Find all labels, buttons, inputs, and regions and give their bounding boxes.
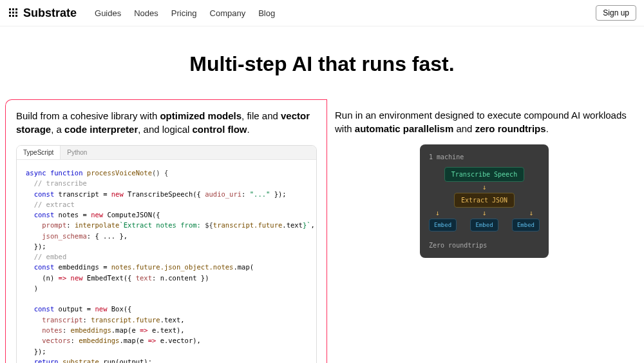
brand-name: Substrate xyxy=(23,6,77,20)
node-embed-1: Embed xyxy=(429,219,457,231)
signup-button[interactable]: Sign up xyxy=(596,5,636,21)
feature-right-desc: Run in an environment designed to execut… xyxy=(335,108,634,135)
features-row: Build from a cohesive library with optim… xyxy=(0,99,644,363)
tab-python[interactable]: Python xyxy=(61,146,93,159)
node-transcribe: Transcribe Speech xyxy=(444,167,524,182)
tab-typescript[interactable]: TypeScript xyxy=(17,146,61,159)
code-body: async function processVoiceNote() { // t… xyxy=(17,160,316,363)
arrow-down-icon: ↓ xyxy=(429,183,540,191)
nav-link-pricing[interactable]: Pricing xyxy=(171,8,197,18)
svg-rect-6 xyxy=(9,15,11,17)
nav-link-company[interactable]: Company xyxy=(210,8,246,18)
node-embed-2: Embed xyxy=(470,219,498,231)
node-extract: Extract JSON xyxy=(454,193,515,208)
nav-link-guides[interactable]: Guides xyxy=(95,8,121,18)
nav-links: Guides Nodes Pricing Company Blog xyxy=(95,8,275,18)
svg-rect-4 xyxy=(12,12,14,14)
top-nav: Substrate Guides Nodes Pricing Company B… xyxy=(0,0,644,26)
hero: Multi-step AI that runs fast. xyxy=(0,26,644,99)
svg-rect-3 xyxy=(9,12,11,14)
logo-icon xyxy=(8,7,19,19)
svg-rect-1 xyxy=(12,8,14,10)
feature-right: Run in an environment designed to execut… xyxy=(322,99,644,363)
svg-rect-8 xyxy=(15,15,17,17)
nav-link-nodes[interactable]: Nodes xyxy=(134,8,158,18)
brand-logo[interactable]: Substrate xyxy=(8,6,77,20)
svg-rect-7 xyxy=(12,15,14,17)
arrow-fork-icon: ↓↓↓ xyxy=(429,209,540,217)
nav-link-blog[interactable]: Blog xyxy=(258,8,275,18)
diagram-header: 1 machine xyxy=(429,153,540,161)
svg-rect-2 xyxy=(15,8,17,10)
node-embed-3: Embed xyxy=(512,219,540,231)
hero-title: Multi-step AI that runs fast. xyxy=(0,52,644,76)
execution-diagram: 1 machine Transcribe Speech ↓ Extract JS… xyxy=(420,144,549,258)
svg-rect-0 xyxy=(9,8,11,10)
code-tabs: TypeScript Python xyxy=(17,146,316,160)
feature-left-desc: Build from a cohesive library with optim… xyxy=(16,109,317,136)
code-card: TypeScript Python async function process… xyxy=(16,145,317,363)
svg-rect-5 xyxy=(15,12,17,14)
feature-left-card: Build from a cohesive library with optim… xyxy=(5,99,327,363)
diagram-footer: Zero roundtrips xyxy=(429,242,540,249)
